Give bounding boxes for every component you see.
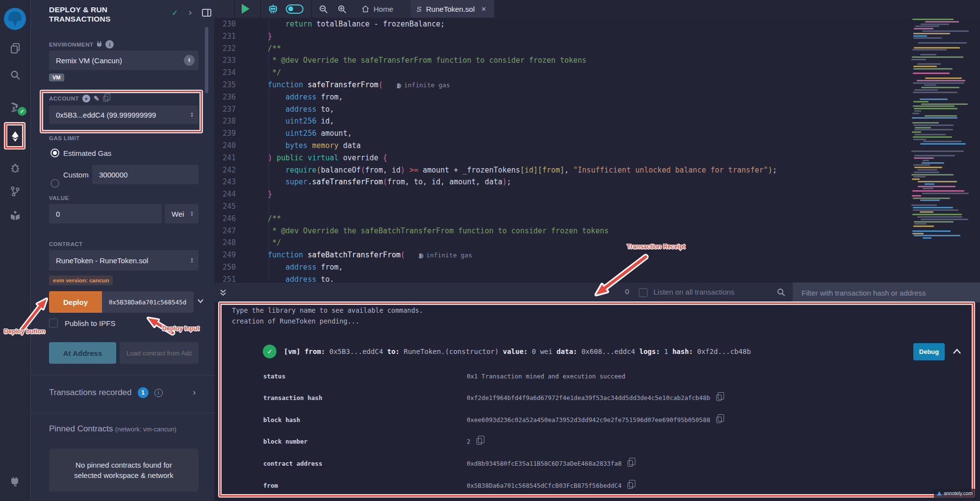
contract-stepper-icon[interactable]: ▲▼ [190, 257, 194, 263]
line-number[interactable]: 238 [214, 115, 236, 127]
terminal-filter-input[interactable] [793, 282, 980, 303]
plugin-manager-icon[interactable] [9, 475, 22, 488]
add-account-icon[interactable]: + [82, 95, 90, 102]
code-line-248[interactable]: 248 */ [214, 237, 281, 249]
copy-icon[interactable] [716, 395, 722, 401]
terminal-search-icon[interactable] [776, 287, 786, 299]
line-number[interactable]: 233 [214, 54, 236, 67]
line-number[interactable]: 242 [214, 164, 236, 176]
code-line-247[interactable]: 247 * @dev Override the safeBatchTransfe… [214, 225, 609, 237]
line-number[interactable]: 237 [214, 103, 236, 116]
remix-ai-logo-icon[interactable] [4, 8, 26, 30]
code-line-244[interactable]: 244 } [214, 188, 272, 200]
line-number[interactable]: 230 [214, 18, 236, 30]
line-number[interactable]: 250 [214, 261, 236, 274]
account-select[interactable]: 0x5B3...eddC4 (99.999999999 ▲▼ [49, 105, 199, 124]
line-number[interactable]: 246 [214, 213, 236, 225]
tab-runetoken-sol[interactable]: S RuneToken.sol ✕ [411, 0, 494, 18]
code-line-242[interactable]: 242 require(balanceOf(from, id) >= amoun… [214, 164, 777, 176]
panel-layout-icon[interactable] [202, 9, 211, 17]
learneth-icon[interactable] [9, 209, 22, 222]
code-line-238[interactable]: 238 uint256 id, [214, 115, 334, 127]
at-address-input[interactable] [120, 342, 199, 364]
debug-button[interactable]: Debug [913, 343, 945, 360]
line-number[interactable]: 231 [214, 30, 236, 43]
line-number[interactable]: 249 [214, 249, 236, 261]
line-number[interactable]: 251 [214, 274, 236, 282]
at-address-button[interactable]: At Address [49, 342, 116, 364]
zoom-out-icon[interactable] [318, 0, 328, 18]
code-line-237[interactable]: 237 address to, [214, 103, 334, 116]
code-line-240[interactable]: 240 bytes memory data [214, 140, 361, 152]
git-icon[interactable] [9, 185, 22, 198]
copilot-toggle[interactable] [286, 0, 303, 18]
deploy-and-run-icon[interactable] [9, 130, 22, 143]
deploy-button[interactable]: Deploy [49, 291, 102, 313]
code-line-235[interactable]: 235 function safeTransferFrom(infinite g… [214, 79, 450, 91]
line-number[interactable]: 243 [214, 176, 236, 188]
code-line-246[interactable]: 246 /** [214, 213, 281, 225]
line-number[interactable]: 241 [214, 152, 236, 164]
copy-icon[interactable] [716, 417, 722, 423]
tx-collapse-icon[interactable] [953, 348, 961, 357]
line-number[interactable]: 244 [214, 188, 236, 200]
publish-ipfs-checkbox[interactable] [49, 319, 58, 327]
copy-icon[interactable] [477, 438, 482, 445]
deploy-constructor-input[interactable] [102, 291, 194, 313]
code-line-241[interactable]: 241 ) public virtual override { [214, 152, 387, 164]
transactions-expand-chevron[interactable]: › [193, 387, 196, 398]
custom-gas-input[interactable] [92, 165, 199, 184]
line-number[interactable]: 248 [214, 237, 236, 249]
line-number[interactable]: 232 [214, 43, 236, 55]
code-line-250[interactable]: 250 address from, [214, 261, 343, 274]
line-number[interactable]: 247 [214, 225, 236, 237]
code-line-245[interactable]: 245 [214, 200, 250, 213]
code-line-233[interactable]: 233 * @dev Override the safeTransferFrom… [214, 54, 586, 67]
copy-icon[interactable] [628, 460, 633, 467]
search-icon[interactable] [9, 69, 22, 81]
line-number[interactable]: 245 [214, 200, 236, 213]
copy-icon[interactable] [628, 482, 633, 489]
constructor-expand-chevron-icon[interactable] [197, 297, 204, 306]
ai-assistant-icon[interactable] [267, 0, 279, 18]
code-editor[interactable]: 230 return totalBalance - frozenBalance;… [214, 18, 980, 282]
code-line-231[interactable]: 231 } [214, 30, 272, 43]
transactions-info-icon[interactable]: i [154, 389, 163, 397]
code-line-236[interactable]: 236 address from, [214, 91, 343, 103]
tx-summary-line[interactable]: [vm] from: 0x5B3...eddC4 to: RuneToken.(… [284, 348, 902, 355]
line-number[interactable]: 239 [214, 127, 236, 140]
environment-select[interactable]: Remix VM (Cancun) ▲▼ [49, 50, 199, 70]
line-number[interactable]: 235 [214, 79, 236, 91]
account-stepper-icon[interactable]: ▲▼ [190, 112, 194, 118]
tab-home[interactable]: Home [361, 0, 393, 18]
file-explorer-icon[interactable] [9, 42, 22, 54]
code-line-234[interactable]: 234 */ [214, 67, 281, 79]
editor-minimap[interactable] [910, 19, 977, 240]
run-script-icon[interactable] [242, 0, 250, 18]
edit-account-icon[interactable]: ✎ [94, 95, 100, 102]
debugger-icon[interactable] [9, 161, 22, 174]
environment-info-icon[interactable]: i [105, 40, 114, 49]
copy-account-icon[interactable] [103, 96, 108, 101]
value-input[interactable] [49, 204, 162, 224]
line-number[interactable]: 236 [214, 91, 236, 103]
value-unit-select[interactable]: Wei ▲▼ [165, 204, 199, 224]
custom-gas-radio[interactable] [50, 179, 59, 188]
line-number[interactable]: 240 [214, 140, 236, 152]
tab-close-icon[interactable]: ✕ [481, 5, 486, 13]
terminal-expand-icon[interactable] [219, 289, 227, 299]
estimated-gas-radio[interactable] [50, 149, 59, 157]
code-line-251[interactable]: 251 address to, [214, 274, 334, 282]
contract-select[interactable]: RuneToken - RuneToken.sol ▲▼ [49, 250, 199, 271]
code-line-230[interactable]: 230 return totalBalance - frozenBalance; [214, 18, 445, 30]
code-line-239[interactable]: 239 uint256 amount, [214, 127, 352, 140]
environment-stepper-icon[interactable]: ▲▼ [184, 55, 195, 66]
code-line-249[interactable]: 249 function safeBatchTransferFrom(infin… [214, 249, 472, 261]
listen-all-transactions-checkbox[interactable] [639, 288, 648, 297]
code-line-232[interactable]: 232 /** [214, 43, 281, 55]
line-number[interactable]: 234 [214, 67, 236, 79]
panel-scrollbar[interactable] [205, 27, 208, 93]
value-unit-stepper-icon[interactable]: ▲▼ [190, 211, 194, 217]
zoom-in-icon[interactable] [337, 0, 347, 18]
code-line-243[interactable]: 243 super.safeTransferFrom(from, to, id,… [214, 176, 511, 188]
